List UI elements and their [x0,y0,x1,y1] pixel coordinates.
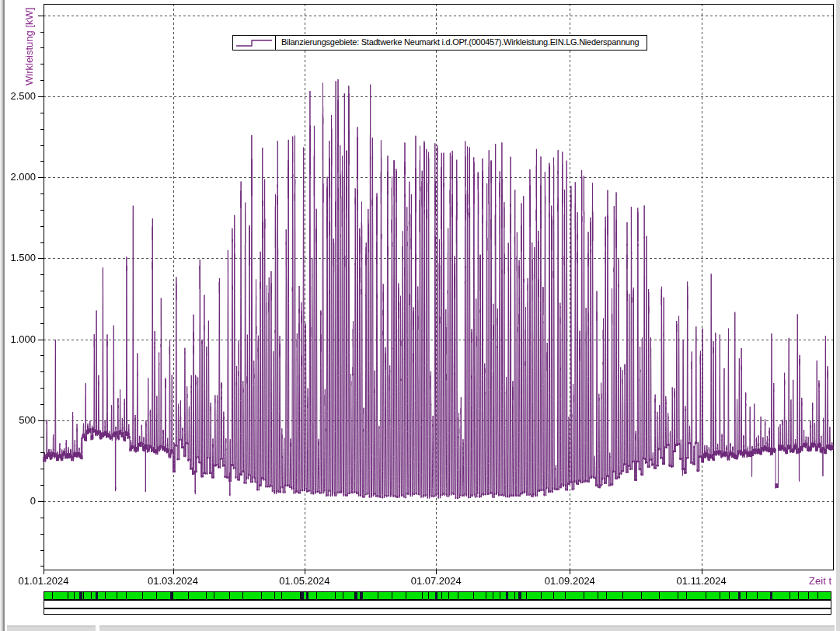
legend-series-label: Bilanzierungsgebiete: Stadtwerke Neumark… [276,36,647,50]
timebar-segment-separator [142,592,143,599]
timebar-segment-separator [441,592,442,599]
timebar-segment-separator [526,592,527,599]
x-tick-label: 01.09.2024 [537,575,602,587]
timebar-segment-separator [798,592,799,599]
timebar-segment-separator [746,592,747,599]
chart-canvas[interactable] [0,0,840,631]
timebar-gap-mark [518,592,521,599]
timebar-segment-separator [606,592,607,599]
timebar-segment-separator [406,592,406,599]
timebar-segment-separator [83,592,84,599]
legend[interactable]: Bilanzierungsgebiete: Stadtwerke Neumark… [232,35,647,51]
timebar-segment-separator [565,592,566,599]
timebar-gap-mark [96,592,98,599]
timebar-empty-row-1 [44,600,831,608]
x-tick-label: 01.11.2024 [669,575,734,587]
timebar-segment-separator [68,592,68,599]
timebar-segment-separator [458,592,458,599]
timebar-segment-separator [808,592,809,599]
status-bar [0,626,840,631]
timebar-segment-separator [105,592,106,599]
timebar-segment-separator [720,592,720,599]
timebar-empty-row-2 [44,608,831,615]
timebar-gap-mark [360,592,363,599]
timebar-segment-separator [448,592,449,599]
timebar-segment-separator [659,592,660,599]
status-segment-2 [99,626,840,631]
timebar-segment-separator [74,592,75,599]
x-tick-label: 01.03.2024 [141,575,206,587]
timebar-segment-separator [622,592,623,599]
timebar-segment-separator [553,592,554,599]
timebar-segment-separator [378,592,378,599]
timebar-segment-separator [598,592,598,599]
x-tick-label: 01.01.2024 [11,575,76,587]
timebar-segment-separator [117,592,117,599]
timebar-segment-separator [473,592,474,599]
timebar-segment-separator [686,592,687,599]
timebar-segment-separator [422,592,423,599]
timebar-segment-separator [91,592,92,599]
timebar-segment-separator [584,592,584,599]
timebar-gap-mark [306,592,308,599]
timebar-segment-separator [126,592,127,599]
timebar-gap-mark [738,592,741,599]
trend-chart-window: Wirkleistung [kW] 2.5002.0001.5001.00050… [0,0,840,631]
timebar-segment-separator [52,592,53,599]
timebar-gap-mark [435,592,437,599]
x-tick-label: 01.07.2024 [403,575,469,587]
timebar-segment-separator [817,592,818,599]
timebar-gap-mark [79,592,82,599]
timebar-segment-separator [493,592,493,599]
timebar-segment-separator [514,592,515,599]
timebar-gap-mark [770,592,772,599]
timebar-segment-separator [343,592,343,599]
availability-timebar[interactable] [44,591,831,600]
timebar-segment-separator [173,592,173,599]
timebar-segment-separator [274,592,275,599]
window-right-edge [835,0,840,631]
timebar-segment-separator [641,592,642,599]
timebar-segment-separator [281,592,282,599]
timebar-segment-separator [428,592,429,599]
timebar-gap-mark [506,592,508,599]
timebar-segment-separator [261,592,262,599]
timebar-segment-separator [214,592,214,599]
timebar-gap-mark [301,592,304,599]
timebar-gap-mark [355,592,357,599]
x-axis-label: Zeit t [769,575,831,587]
window-left-edge [0,0,7,631]
timebar-segment-separator [335,592,336,599]
timebar-segment-separator [392,592,392,599]
timebar-segment-separator [242,592,243,599]
timebar-segment-separator [229,592,230,599]
timebar-segment-separator [757,592,758,599]
status-segment-1 [8,626,96,631]
timebar-segment-separator [206,592,207,599]
timebar-segment-separator [789,592,790,599]
timebar-segment-separator [678,592,678,599]
x-tick-label: 01.05.2024 [272,575,337,587]
timebar-segment-separator [188,592,189,599]
timebar-segment-separator [486,592,486,599]
y-axis-label: Wirkleistung [kW] [23,8,35,85]
timebar-segment-separator [500,592,500,599]
timebar-segment-separator [156,592,157,599]
timebar-segment-separator [316,592,317,599]
timebar-segment-separator [706,592,706,599]
timebar-segment-separator [541,592,542,599]
timebar-gap-mark [170,592,173,599]
legend-step-line-icon [233,36,276,50]
timebar-segment-separator [729,592,730,599]
